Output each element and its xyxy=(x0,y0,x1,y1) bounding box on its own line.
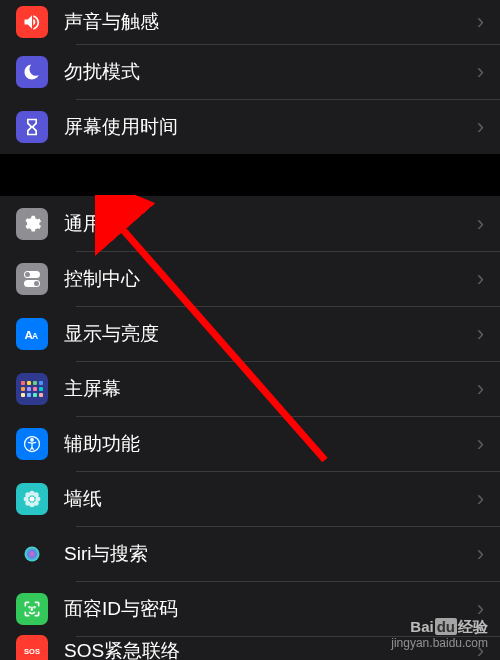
chevron-right-icon: › xyxy=(477,59,484,85)
chevron-right-icon: › xyxy=(477,486,484,512)
settings-group-1: 声音与触感 › 勿扰模式 › 屏幕使用时间 › xyxy=(0,0,500,154)
sos-icon: SOS xyxy=(16,635,48,660)
watermark-brand-suffix: 经验 xyxy=(458,618,488,635)
svg-point-4 xyxy=(30,496,35,501)
watermark: Baidu经验 jingyan.baidu.com xyxy=(391,617,488,652)
svg-point-12 xyxy=(34,500,39,505)
settings-row-screentime[interactable]: 屏幕使用时间 › xyxy=(0,99,500,154)
accessibility-icon xyxy=(16,428,48,460)
settings-row-sound[interactable]: 声音与触感 › xyxy=(0,0,500,44)
row-label: Siri与搜索 xyxy=(64,541,477,567)
moon-icon xyxy=(16,56,48,88)
svg-point-9 xyxy=(25,492,30,497)
row-label: 控制中心 xyxy=(64,266,477,292)
svg-point-15 xyxy=(34,606,35,607)
svg-point-3 xyxy=(31,438,34,441)
settings-row-display[interactable]: AA 显示与亮度 › xyxy=(0,306,500,361)
settings-row-general[interactable]: 通用 › xyxy=(0,196,500,251)
group-separator xyxy=(0,154,500,196)
row-label: 墙纸 xyxy=(64,486,477,512)
row-label: 勿扰模式 xyxy=(64,59,477,85)
hourglass-icon xyxy=(16,111,48,143)
app-grid-icon xyxy=(16,373,48,405)
row-label: 辅助功能 xyxy=(64,431,477,457)
siri-icon xyxy=(16,538,48,570)
chevron-right-icon: › xyxy=(477,266,484,292)
watermark-brand-prefix: Bai xyxy=(410,618,433,635)
row-label: 主屏幕 xyxy=(64,376,477,402)
chevron-right-icon: › xyxy=(477,541,484,567)
svg-point-10 xyxy=(34,492,39,497)
settings-row-home-screen[interactable]: 主屏幕 › xyxy=(0,361,500,416)
chevron-right-icon: › xyxy=(477,431,484,457)
chevron-right-icon: › xyxy=(477,9,484,35)
svg-text:SOS: SOS xyxy=(24,647,40,656)
svg-point-14 xyxy=(29,606,30,607)
gear-icon xyxy=(16,208,48,240)
row-label: 声音与触感 xyxy=(64,9,477,35)
row-label: 显示与亮度 xyxy=(64,321,477,347)
settings-row-dnd[interactable]: 勿扰模式 › xyxy=(0,44,500,99)
row-label: 通用 xyxy=(64,211,477,237)
svg-point-11 xyxy=(25,500,30,505)
chevron-right-icon: › xyxy=(477,211,484,237)
row-label: 屏幕使用时间 xyxy=(64,114,477,140)
toggles-icon xyxy=(16,263,48,295)
faceid-icon xyxy=(16,593,48,625)
chevron-right-icon: › xyxy=(477,321,484,347)
chevron-right-icon: › xyxy=(477,114,484,140)
watermark-url: jingyan.baidu.com xyxy=(391,636,488,652)
settings-row-wallpaper[interactable]: 墙纸 › xyxy=(0,471,500,526)
watermark-brand-mid: du xyxy=(435,618,457,635)
settings-row-control-center[interactable]: 控制中心 › xyxy=(0,251,500,306)
text-size-icon: AA xyxy=(16,318,48,350)
chevron-right-icon: › xyxy=(477,376,484,402)
settings-row-siri[interactable]: Siri与搜索 › xyxy=(0,526,500,581)
svg-text:A: A xyxy=(32,331,38,341)
settings-group-2: 通用 › 控制中心 › AA 显示与亮度 › 主屏幕 › 辅助功能 › 墙纸 › xyxy=(0,196,500,660)
flower-icon xyxy=(16,483,48,515)
svg-point-13 xyxy=(25,546,40,561)
sound-icon xyxy=(16,6,48,38)
settings-row-accessibility[interactable]: 辅助功能 › xyxy=(0,416,500,471)
